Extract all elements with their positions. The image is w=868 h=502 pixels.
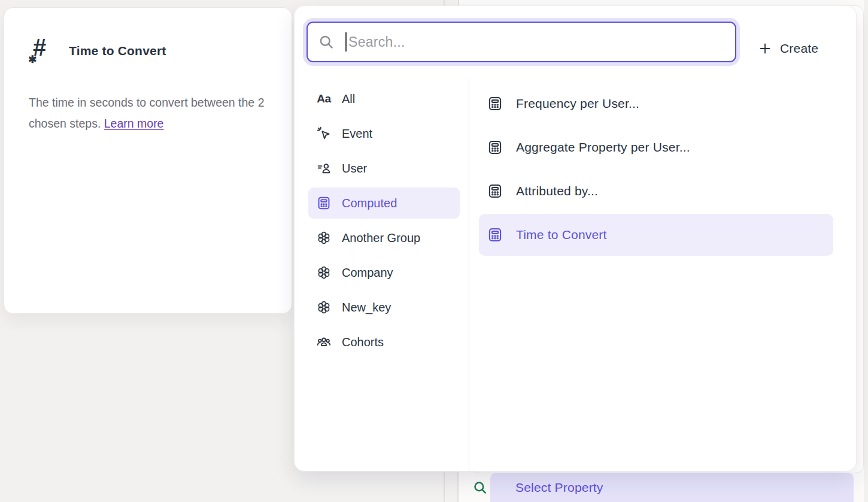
- result-label: Frequency per User...: [516, 96, 639, 111]
- group-flower-icon: [316, 300, 332, 315]
- property-picker-dropdown: Search... Create AaAllEventUserComputedA…: [295, 6, 856, 471]
- category-label: Computed: [342, 196, 397, 210]
- select-property-search-icon: [472, 480, 488, 495]
- category-company[interactable]: Company: [308, 257, 460, 288]
- category-label: All: [342, 92, 355, 106]
- category-label: Cohorts: [342, 335, 384, 349]
- user-list-icon: [316, 161, 332, 176]
- numeric-property-icon: # ✱: [28, 34, 57, 65]
- learn-more-link[interactable]: Learn more: [104, 117, 164, 130]
- category-another-group[interactable]: Another Group: [308, 222, 460, 253]
- create-button-label: Create: [780, 41, 818, 56]
- tooltip-title: Time to Convert: [69, 44, 166, 58]
- result-list: Frequency per User...Aggregate Property …: [479, 83, 833, 256]
- group-flower-icon: [316, 265, 332, 280]
- category-user[interactable]: User: [308, 153, 460, 184]
- calculator-icon: [316, 195, 332, 211]
- text-caret: [345, 32, 347, 52]
- cohorts-icon: [316, 334, 332, 350]
- search-placeholder: Search...: [348, 34, 405, 50]
- result-aggregate-property-per-user[interactable]: Aggregate Property per User...: [479, 126, 833, 168]
- select-property-field[interactable]: Select Property: [490, 473, 854, 502]
- text-aa-icon: Aa: [316, 91, 332, 107]
- select-property-label: Select Property: [515, 480, 603, 495]
- category-new-key[interactable]: New_key: [308, 292, 460, 323]
- category-label: Another Group: [342, 231, 420, 245]
- group-flower-icon: [316, 230, 332, 246]
- category-label: Event: [342, 127, 372, 141]
- category-cohorts[interactable]: Cohorts: [308, 326, 460, 358]
- category-event[interactable]: Event: [308, 118, 460, 149]
- category-label: New_key: [342, 301, 391, 314]
- category-computed[interactable]: Computed: [308, 188, 460, 219]
- result-attributed-by[interactable]: Attributed by...: [479, 170, 833, 212]
- result-label: Time to Convert: [516, 228, 607, 242]
- category-label: Company: [342, 266, 393, 280]
- result-time-to-convert[interactable]: Time to Convert: [479, 214, 833, 256]
- category-label: User: [342, 162, 367, 176]
- calculator-icon: [487, 226, 503, 243]
- category-list: AaAllEventUserComputedAnother GroupCompa…: [308, 83, 460, 358]
- cursor-click-icon: [316, 126, 332, 141]
- column-divider: [469, 77, 469, 471]
- result-frequency-per-user[interactable]: Frequency per User...: [479, 83, 833, 125]
- calculator-icon: [487, 183, 503, 199]
- property-tooltip-card: # ✱ Time to Convert The time in seconds …: [4, 7, 292, 314]
- plus-icon: [758, 41, 772, 56]
- search-input[interactable]: Search...: [306, 22, 736, 62]
- background-divider: [457, 472, 459, 502]
- create-button[interactable]: Create: [758, 35, 818, 62]
- result-label: Aggregate Property per User...: [516, 140, 690, 155]
- background-divider: [444, 472, 445, 502]
- category-all[interactable]: AaAll: [308, 83, 460, 114]
- tooltip-description: The time in seconds to convert between t…: [29, 92, 268, 134]
- calculator-icon: [487, 95, 503, 112]
- calculator-icon: [487, 139, 503, 156]
- result-label: Attributed by...: [516, 184, 598, 198]
- search-icon: [318, 34, 335, 50]
